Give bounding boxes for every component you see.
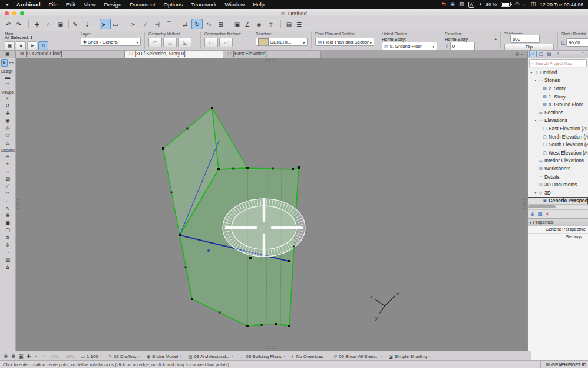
3d-style-selector[interactable]: ◪Simple Shading› (385, 351, 434, 361)
camera-tool[interactable]: ◎ (2, 124, 13, 132)
explore-tool[interactable]: ✚ (2, 110, 13, 117)
rotate-button[interactable]: ↻ (191, 19, 203, 29)
spotlight-icon[interactable]: ⌕ (524, 0, 527, 9)
shell-tool[interactable]: ◠ (2, 81, 13, 88)
pan-button[interactable]: ✚ (31, 19, 42, 29)
tree-chevron[interactable]: ▾ (533, 78, 538, 82)
volume-icon[interactable]: ◖ (478, 0, 481, 9)
input-source-icon[interactable]: A (468, 2, 475, 8)
tree-item[interactable]: ▾▭Stories (528, 77, 588, 85)
layout-book-icon[interactable]: ▤ (546, 51, 553, 57)
favorites-icon[interactable]: ★ (16, 41, 26, 50)
snap-button[interactable]: ◈⌄ (255, 19, 266, 29)
basic-construction-icon[interactable]: ▭ (204, 38, 218, 47)
delete-icon[interactable]: ✕ (545, 210, 549, 218)
settings-dialog-icon[interactable]: ▣ (5, 41, 15, 50)
look-to-tool[interactable]: ◉ (2, 117, 13, 124)
tab-east-elevation[interactable]: ▢[East Elevation] (223, 50, 321, 58)
adjust-button[interactable]: ⊣ (151, 19, 163, 29)
line-tool[interactable]: ∕ (2, 182, 13, 190)
drawing-tool[interactable]: ▢ (2, 226, 13, 234)
optimal-zoom-icon[interactable]: ▣ (17, 353, 25, 359)
tracker-x[interactable]: N/A (48, 351, 62, 361)
trim-button[interactable]: ✂ (128, 19, 139, 29)
tree-chevron[interactable]: ▾ (533, 119, 538, 122)
detail-tool[interactable]: ◔ (2, 249, 13, 257)
rotate-icon[interactable]: ↻ (38, 41, 48, 50)
properties-header[interactable]: ▾ Properties (528, 218, 588, 226)
tree-item[interactable]: ▾⌂Untitled (528, 68, 588, 77)
pick-up-parameters-button[interactable]: ✎⌄ (71, 19, 82, 29)
fillet-button[interactable]: ⌒ (163, 19, 174, 29)
menu-document[interactable]: Document (125, 0, 159, 9)
tab-ground-floor[interactable]: ▤[0. Ground Floor] (16, 50, 125, 58)
tree-item[interactable]: ◔Details (528, 173, 588, 181)
layers-button[interactable]: ▤ (283, 19, 295, 29)
redo-button[interactable]: ↷⌄ (15, 19, 26, 29)
previous-view-icon[interactable]: ‹ (32, 353, 40, 359)
layer-combination-selector[interactable]: ▤03 Architectural...› (184, 351, 236, 361)
tree-chevron[interactable]: ▾ (533, 191, 538, 195)
fill-tool[interactable]: ▨ (2, 175, 13, 183)
revolved-geometry-icon[interactable]: ◠ (148, 38, 162, 47)
ruled-geometry-icon[interactable]: ◺ (178, 38, 191, 47)
wall-tool[interactable]: ▬ (2, 74, 13, 81)
axonometry-tool[interactable]: ◇ (2, 132, 13, 139)
tracker-y[interactable]: N/A (62, 351, 77, 361)
worksheet-tool[interactable]: ▥ (2, 256, 13, 264)
pen-set-selector[interactable]: ✎02 Drafting› (105, 351, 143, 361)
dimension-tool[interactable]: ↔ (2, 167, 13, 175)
tab-3d-window[interactable]: ◫[3D / Selection, Story 0] (125, 50, 223, 58)
thickness-input[interactable]: 500 (510, 35, 540, 43)
tree-item[interactable]: ▢West Elevation (Auto-re... (528, 149, 588, 157)
marquee-tool[interactable]: ▭ (8, 59, 15, 67)
guide-lines-button[interactable]: ∠⌄ (243, 19, 255, 29)
quick-options-button[interactable]: ◎⌄ (511, 50, 528, 58)
tree-item[interactable]: ◫3D Documents (528, 180, 588, 189)
zoom-out-icon[interactable]: ⊖ (2, 353, 9, 359)
wifi-icon[interactable]: ◠ (515, 0, 520, 9)
tree-item[interactable]: ▭Interior Elevations (528, 157, 588, 165)
split-button[interactable]: ∕ (140, 19, 151, 29)
grid-button[interactable]: #⌄ (267, 19, 278, 29)
menu-design[interactable]: Design (100, 0, 126, 9)
text-tool[interactable]: A (2, 153, 13, 160)
new-viewpoint-icon[interactable]: ⊕ (530, 210, 534, 218)
dimension-standard-selector[interactable]: ↔03 Building Plans› (236, 351, 288, 361)
project-map-icon[interactable]: ⌂ (529, 51, 537, 57)
layer-selector[interactable]: ◉ Shell - General ▸ (81, 38, 141, 46)
elevation-tool[interactable]: ⇕ (2, 241, 13, 249)
group-button[interactable]: ▣ (232, 19, 243, 29)
flip-button[interactable]: Flip (504, 44, 554, 50)
arrow-mode-icon[interactable]: ➤ (27, 41, 37, 50)
floorplan-display-selector[interactable]: ▤ Floor Plan and Section... ▸ (315, 38, 374, 46)
next-view-icon[interactable]: › (40, 353, 48, 359)
apple-menu-icon[interactable]: ● (2, 0, 12, 9)
zoom-button[interactable]: ⌕ (43, 19, 54, 29)
project-map-search[interactable]: ⌕ (529, 59, 587, 67)
tree-item[interactable]: ▾▭Elevations (528, 117, 588, 125)
menu-file[interactable]: File (45, 0, 62, 9)
multiply-button[interactable]: ⊞ (215, 19, 226, 29)
mirror-button[interactable]: ⇋ (203, 19, 214, 29)
fit-in-window-button[interactable]: ▣ (55, 19, 66, 29)
structure-display-selector[interactable]: ◉Entire Model› (143, 351, 185, 361)
menu-window[interactable]: Window (221, 0, 249, 9)
tree-item[interactable]: ▢North Elevation (Auto-... (528, 133, 588, 141)
view-map-icon[interactable]: ▢ (537, 51, 545, 57)
extruded-geometry-icon[interactable]: ◡ (163, 38, 177, 47)
figure-tool[interactable]: ▣ (2, 219, 13, 227)
menu-options[interactable]: Options (160, 0, 187, 9)
publisher-icon[interactable]: ⇧ (554, 51, 561, 57)
menu-archicad[interactable]: Archicad (12, 0, 45, 9)
properties-settings-row[interactable]: Settings... (528, 234, 588, 241)
perspective-tool[interactable]: △ (2, 139, 13, 147)
tree-item[interactable]: ▤1. Story (528, 93, 588, 101)
tree-item[interactable]: ▭Sections (528, 109, 588, 117)
tree-item[interactable]: ▢South Elevation (Auto-... (528, 140, 588, 149)
search-input[interactable] (535, 61, 584, 66)
settings-button[interactable]: Settings... (566, 234, 586, 239)
distorted-construction-icon[interactable]: ▱ (219, 38, 233, 47)
display-mirroring-icon[interactable]: ▥ (459, 0, 464, 9)
3d-viewport[interactable]: z x y (15, 58, 528, 351)
